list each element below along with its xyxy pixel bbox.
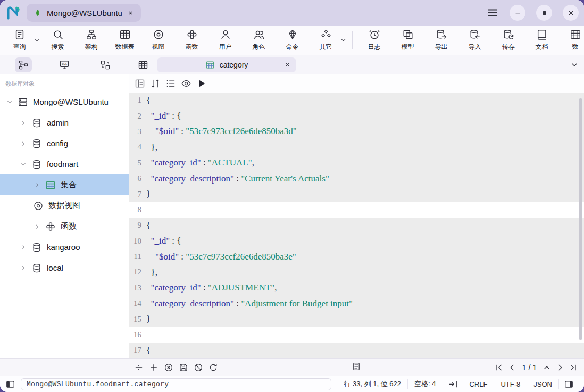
tree-collections-expand-icon[interactable]: [33, 182, 41, 188]
tab-category[interactable]: category: [157, 57, 296, 72]
close-button[interactable]: [563, 5, 579, 21]
indent-spaces[interactable]: 空格: 4: [407, 379, 442, 389]
code-line-16[interactable]: 16: [129, 327, 584, 343]
tree-kangaroo-expand-icon[interactable]: [19, 244, 28, 251]
last-page-icon[interactable]: [569, 363, 578, 372]
sort-icon[interactable]: [150, 78, 161, 89]
scrollbar-thumb[interactable]: [579, 98, 582, 340]
cursor-position[interactable]: 行 33, 列 1, 位 622: [337, 379, 407, 389]
tree-admin-expand-icon[interactable]: [19, 120, 28, 126]
toolbar-query-dropdown-icon[interactable]: [34, 37, 40, 44]
outline-icon[interactable]: [165, 78, 176, 89]
connection-tab-close-icon[interactable]: [127, 10, 134, 16]
encoding[interactable]: UTF-8: [494, 379, 527, 389]
panel-toggle-cell[interactable]: [558, 379, 579, 389]
tree-item-functions[interactable]: 函数: [0, 216, 129, 237]
tree-item-foodmart[interactable]: foodmart: [0, 154, 129, 174]
tree-item-collections[interactable]: 集合: [0, 174, 129, 195]
mongodb-leaf-icon: [34, 9, 42, 17]
schema-compare-button[interactable]: [97, 57, 114, 72]
code-text: "_id" : {: [146, 236, 181, 246]
toolbar-export[interactable]: 导出: [425, 27, 457, 54]
objects-pane-toggle[interactable]: [15, 57, 32, 72]
form-view-toggle[interactable]: [352, 362, 361, 373]
delete-record-icon[interactable]: [164, 363, 173, 372]
code-line-6[interactable]: 6 "category_description" : "Current Year…: [129, 171, 584, 186]
sql-console-button[interactable]: SQL: [56, 57, 73, 72]
syntax-mode[interactable]: JSON: [527, 379, 558, 389]
run-icon[interactable]: [196, 78, 207, 89]
toolbar-commands[interactable]: 命令: [276, 27, 308, 54]
toolbar-docs[interactable]: 文档: [525, 27, 558, 54]
toolbar-tables[interactable]: 数据表: [109, 27, 141, 54]
divide-icon[interactable]: [134, 363, 144, 372]
tab-indent-cell[interactable]: [443, 379, 463, 389]
tree-functions-expand-icon[interactable]: [33, 223, 41, 230]
minimize-button[interactable]: [510, 5, 525, 21]
tree-item-config-label: config: [47, 139, 68, 148]
refresh-icon[interactable]: [208, 363, 218, 372]
toolbar-import[interactable]: 导入: [458, 27, 491, 54]
toolbar-schema[interactable]: 架构: [75, 27, 107, 54]
code-line-8[interactable]: 8: [129, 202, 584, 218]
code-line-3[interactable]: 3 "$oid" : "53c7c973ccf26e6de850ba3d": [129, 124, 584, 139]
json-document-view[interactable]: 1{2 "_id" : {3 "$oid" : "53c7c973ccf26e6…: [129, 93, 584, 358]
toolbar-search[interactable]: 搜索: [41, 27, 74, 54]
tab-close-icon[interactable]: [284, 61, 291, 68]
tree-config-expand-icon[interactable]: [19, 140, 28, 147]
toolbar-users[interactable]: 用户: [209, 27, 241, 54]
toolbar-dump[interactable]: 转存: [492, 27, 524, 54]
toolbar-roles[interactable]: 角色: [243, 27, 275, 54]
import-icon: [469, 29, 481, 40]
code-line-13[interactable]: 13 "category_id" : "ADJUSTMENT",: [129, 280, 584, 296]
previous-page-icon[interactable]: [508, 363, 516, 372]
code-line-7[interactable]: 7}: [129, 186, 584, 202]
line-number-view-icon[interactable]: [135, 78, 145, 89]
tree-item-data-views[interactable]: 数据视图: [0, 195, 129, 216]
discard-icon[interactable]: [194, 363, 203, 372]
code-line-15[interactable]: 15}: [129, 311, 584, 327]
code-line-12[interactable]: 12 },: [129, 264, 584, 280]
sidebar-toggle-icon[interactable]: [5, 379, 15, 389]
tree-item-mongo-wslubuntu[interactable]: Mongo@WSLUbuntu: [0, 91, 129, 112]
page-jump-icon[interactable]: [543, 363, 551, 372]
toolbar-logs[interactable]: 日志: [358, 27, 390, 54]
toolbar-functions[interactable]: 函数: [176, 27, 208, 54]
tree-foodmart-collapse-icon[interactable]: [19, 161, 28, 168]
tree-item-config[interactable]: config: [0, 133, 129, 154]
code-line-17[interactable]: 17{: [129, 343, 584, 358]
first-page-icon[interactable]: [495, 363, 503, 372]
tree-local-expand-icon[interactable]: [19, 265, 28, 271]
code-line-10[interactable]: 10 "_id" : {: [129, 233, 584, 249]
preview-eye-icon[interactable]: [181, 78, 191, 89]
tree-item-admin[interactable]: admin: [0, 112, 129, 133]
toolbar-datagen[interactable]: 数: [559, 27, 584, 54]
sql-console-icon: SQL: [59, 60, 70, 70]
code-line-11[interactable]: 11 "$oid" : "53c7c973ccf26e6de850ba3e": [129, 249, 584, 264]
line-ending[interactable]: CRLF: [463, 379, 494, 389]
vertical-scrollbar[interactable]: [579, 96, 582, 355]
tab-objects[interactable]: [135, 57, 152, 72]
maximize-button[interactable]: [536, 5, 552, 21]
add-record-icon[interactable]: [149, 363, 158, 372]
datagen-icon: [570, 29, 581, 40]
save-record-icon[interactable]: [179, 363, 188, 372]
tree-mongo-wslubuntu-collapse-icon[interactable]: [5, 99, 14, 105]
tree-item-kangaroo[interactable]: kangaroo: [0, 237, 129, 257]
tree-item-local[interactable]: local: [0, 257, 129, 278]
code-line-1[interactable]: 1{: [129, 93, 584, 108]
toolbar-others-dropdown-icon[interactable]: [340, 37, 347, 44]
code-line-14[interactable]: 14 "category_description" : "Adjustment …: [129, 296, 584, 311]
toolbar-others[interactable]: 其它: [310, 27, 342, 54]
toolbar-views[interactable]: 视图: [142, 27, 174, 54]
toolbar-query[interactable]: 查询: [3, 27, 36, 54]
code-line-5[interactable]: 5 "category_id" : "ACTUAL",: [129, 155, 584, 171]
code-line-4[interactable]: 4 },: [129, 139, 584, 155]
code-line-2[interactable]: 2 "_id" : {: [129, 108, 584, 123]
connection-window-tab[interactable]: Mongo@WSLUbuntu: [27, 4, 141, 22]
tab-list-dropdown-icon[interactable]: [570, 61, 579, 69]
code-line-9[interactable]: 9{: [129, 218, 584, 233]
toolbar-models[interactable]: 模型: [391, 27, 424, 54]
menu-icon[interactable]: [486, 6, 499, 19]
next-page-icon[interactable]: [556, 363, 564, 372]
